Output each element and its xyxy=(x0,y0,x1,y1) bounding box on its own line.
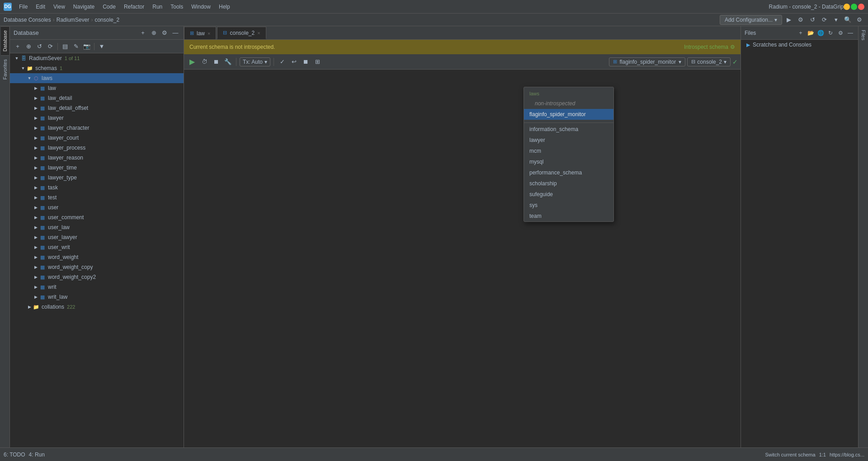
tree-item-lawyer-court[interactable]: ▶ ▦ lawyer_court xyxy=(10,133,184,143)
tree-item-lawyer-time[interactable]: ▶ ▦ lawyer_time xyxy=(10,163,184,173)
tree-add-button[interactable]: + xyxy=(138,28,147,38)
tx-auto-select[interactable]: Tx: Auto ▾ xyxy=(240,57,270,66)
right-panel-sync[interactable]: ↻ xyxy=(826,29,835,37)
tree-item-writ[interactable]: ▶ ▦ writ xyxy=(10,282,184,292)
tab-console2-close[interactable]: × xyxy=(257,30,260,36)
right-panel-settings[interactable]: ⚙ xyxy=(836,29,844,37)
dropdown-sys[interactable]: sys xyxy=(524,200,613,211)
check-button[interactable]: ✓ xyxy=(277,57,287,67)
tab-law[interactable]: ⊞ law × xyxy=(184,27,216,39)
dropdown-non-introspected[interactable]: non-introspected xyxy=(524,98,613,109)
tb-refresh[interactable]: ↺ xyxy=(34,42,44,52)
dropdown-scholarship[interactable]: scholarship xyxy=(524,178,613,189)
tree-item-law-detail[interactable]: ▶ ▦ law_detail xyxy=(10,93,184,103)
tb-snapshot[interactable]: 📷 xyxy=(82,42,92,52)
tree-item-writ-law[interactable]: ▶ ▦ writ_law xyxy=(10,292,184,302)
menu-view[interactable]: View xyxy=(50,2,69,11)
menu-run[interactable]: Run xyxy=(149,2,166,11)
run-button-header[interactable]: ▶ xyxy=(784,15,794,25)
right-panel-add[interactable]: + xyxy=(797,29,805,37)
tree-item-task[interactable]: ▶ ▦ task xyxy=(10,183,184,193)
run-output-button[interactable]: 4: Run xyxy=(29,452,45,458)
tb-sync2[interactable]: ⟳ xyxy=(45,42,55,52)
dropdown-flaginfo-spider-monitor[interactable]: flaginfo_spider_monitor xyxy=(524,109,613,120)
tree-item-user-lawyer[interactable]: ▶ ▦ user_lawyer xyxy=(10,232,184,242)
table-view-button[interactable]: ⊞ xyxy=(312,57,322,67)
search-header-button[interactable]: 🔍 xyxy=(843,15,853,25)
menu-edit[interactable]: Edit xyxy=(32,2,49,11)
tree-datasource-button[interactable]: ⊕ xyxy=(149,28,158,38)
menu-window[interactable]: Window xyxy=(188,2,214,11)
editor-content[interactable]: laws non-introspected flaginfo_spider_mo… xyxy=(184,70,741,447)
tree-item-law[interactable]: ▶ ▦ law xyxy=(10,83,184,93)
todo-button[interactable]: 6: TODO xyxy=(4,452,25,458)
settings-run-button[interactable]: ⚙ xyxy=(796,15,806,25)
tree-settings-button[interactable]: ⚙ xyxy=(160,28,169,38)
settings-header-button[interactable]: ⚙ xyxy=(854,15,864,25)
dropdown-button[interactable]: ▾ xyxy=(831,15,841,25)
console-selector[interactable]: ⊟ console_2 ▾ xyxy=(687,57,731,66)
tree-item-word-weight-copy[interactable]: ▶ ▦ word_weight_copy xyxy=(10,262,184,272)
run-query-button[interactable]: ▶ xyxy=(187,56,198,67)
menu-refactor[interactable]: Refactor xyxy=(120,2,148,11)
tb-sync[interactable]: ⊕ xyxy=(24,42,33,52)
tree-item-lawyer-character[interactable]: ▶ ▦ lawyer_character xyxy=(10,123,184,133)
restore-button[interactable]: ⟳ xyxy=(819,15,829,25)
favorites-tab[interactable]: Favorites xyxy=(1,55,9,83)
tb-edit[interactable]: ✎ xyxy=(71,42,81,52)
history-button[interactable]: ⏱ xyxy=(199,57,209,67)
menu-navigate[interactable]: Navigate xyxy=(70,2,98,11)
tree-item-test[interactable]: ▶ ▦ test xyxy=(10,193,184,202)
tree-item-user[interactable]: ▶ ▦ user xyxy=(10,202,184,212)
minimize-button[interactable]: − xyxy=(844,4,850,10)
right-sidebar-files-tab[interactable]: Files xyxy=(860,28,867,42)
dropdown-mcm[interactable]: mcm xyxy=(524,146,613,156)
dropdown-sufeguide[interactable]: sufeguide xyxy=(524,189,613,200)
tree-item-law-detail-offset[interactable]: ▶ ▦ law_detail_offset xyxy=(10,103,184,113)
menu-code[interactable]: Code xyxy=(99,2,119,11)
undo-button[interactable]: ↩ xyxy=(289,57,299,67)
tb-table[interactable]: ▤ xyxy=(60,42,70,52)
tree-item-word-weight[interactable]: ▶ ▦ word_weight xyxy=(10,252,184,262)
tab-law-close[interactable]: × xyxy=(208,31,210,36)
schema-selector[interactable]: ⊞ flaginfo_spider_monitor ▾ xyxy=(609,57,686,66)
close-button[interactable]: × xyxy=(858,4,864,10)
breadcrumb-radium-server[interactable]: RadiumSever xyxy=(57,17,90,23)
schema-dropdown[interactable]: laws non-introspected flaginfo_spider_mo… xyxy=(524,87,614,222)
menu-tools[interactable]: Tools xyxy=(167,2,187,11)
stop2-button[interactable]: ⏹ xyxy=(301,57,311,67)
database-tab[interactable]: Database xyxy=(1,26,9,55)
add-configuration-button[interactable]: Add Configuration... ▾ xyxy=(720,15,782,25)
right-panel-open[interactable]: 📂 xyxy=(807,29,815,37)
tab-console2[interactable]: ⊟ console_2 × xyxy=(217,27,266,39)
dropdown-information-schema[interactable]: information_schema xyxy=(524,124,613,135)
menu-file[interactable]: File xyxy=(15,2,31,11)
dropdown-lawyer[interactable]: lawyer xyxy=(524,135,613,146)
menu-help[interactable]: Help xyxy=(215,2,234,11)
tree-item-schemas[interactable]: ▼ 📁 schemas 1 xyxy=(10,63,184,73)
file-item-scratches[interactable]: ▶ Scratches and Consoles xyxy=(741,40,858,50)
dropdown-mysql[interactable]: mysql xyxy=(524,156,613,167)
dropdown-team[interactable]: team xyxy=(524,211,613,221)
breadcrumb-db-consoles[interactable]: Database Consoles xyxy=(4,17,51,23)
right-panel-globe[interactable]: 🌐 xyxy=(816,29,825,37)
dropdown-performance-schema[interactable]: performance_schema xyxy=(524,167,613,178)
tree-item-user-law[interactable]: ▶ ▦ user_law xyxy=(10,222,184,232)
tree-item-laws[interactable]: ▼ ⬡ laws xyxy=(10,73,184,83)
maximize-button[interactable]: □ xyxy=(851,4,857,10)
right-panel-collapse[interactable]: — xyxy=(846,29,854,37)
tree-collapse-button[interactable]: — xyxy=(171,28,180,38)
tb-add[interactable]: + xyxy=(13,42,23,52)
tree-item-word-weight-copy2[interactable]: ▶ ▦ word_weight_copy2 xyxy=(10,272,184,282)
tree-item-lawyer-process[interactable]: ▶ ▦ lawyer_process xyxy=(10,143,184,153)
tree-item-lawyer-reason[interactable]: ▶ ▦ lawyer_reason xyxy=(10,153,184,163)
tree-item-collations[interactable]: ▶ 📁 collations 222 xyxy=(10,302,184,312)
tree-item-lawyer[interactable]: ▶ ▦ lawyer xyxy=(10,113,184,123)
wrench-button[interactable]: 🔧 xyxy=(223,57,233,67)
breadcrumb-console2[interactable]: console_2 xyxy=(94,17,119,23)
tree-item-user-comment[interactable]: ▶ ▦ user_comment xyxy=(10,212,184,222)
introspect-schema-link[interactable]: Introspect schema ⚙ xyxy=(684,44,735,50)
reload-button[interactable]: ↺ xyxy=(807,15,817,25)
tree-item-lawyer-type[interactable]: ▶ ▦ lawyer_type xyxy=(10,173,184,183)
tree-item-server[interactable]: ▼ 🗄 RadiumSever 1 of 11 xyxy=(10,53,184,63)
